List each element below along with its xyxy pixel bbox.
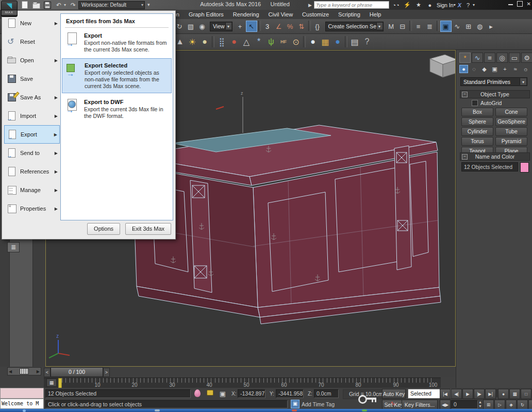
object-paint-icon[interactable]: ⊙ (290, 36, 302, 48)
subtab-systems[interactable]: ☼ (521, 65, 530, 73)
align-icon[interactable]: ⊟ (397, 21, 408, 32)
object-color-swatch[interactable] (520, 162, 529, 173)
infocenter-flyout-icon[interactable]: ▶ (308, 3, 312, 8)
proxy-object-icon[interactable]: ● (331, 36, 344, 48)
time-slider-marker[interactable] (58, 378, 62, 388)
undo-dropdown-icon[interactable]: ▾ (64, 3, 66, 7)
open-file-icon[interactable] (32, 2, 40, 9)
communication-center-icon[interactable]: ⚡ (403, 2, 412, 8)
scroll-right-icon[interactable]: ▶ (37, 369, 40, 374)
notes-icon[interactable]: ▤ (348, 36, 361, 48)
export-to-dwf-entry[interactable]: → Export to DWFExport the current 3ds Ma… (61, 94, 173, 124)
close-button[interactable]: ✕ (527, 1, 531, 7)
options-button[interactable]: Options (87, 223, 120, 235)
percent-snap-icon[interactable]: % (285, 21, 296, 32)
go-to-end-button[interactable]: ▶| (485, 389, 496, 399)
moon-icon[interactable]: ● (198, 36, 211, 48)
toolbar-overflow-icon[interactable]: ▸ (486, 21, 497, 32)
previous-frame-button[interactable]: ◀| (451, 389, 462, 399)
workspace-dropdown[interactable]: Workspace: Default (78, 1, 145, 9)
quick-access-overflow-icon[interactable]: ▾ (147, 2, 150, 7)
mini-scrollbar[interactable]: ◀ ▶ (7, 367, 41, 375)
selection-lock-pin-icon[interactable] (194, 389, 201, 397)
object-type-button[interactable]: Box (461, 108, 493, 116)
autodesk-exchange-icon[interactable]: X (458, 2, 461, 8)
play-button[interactable]: ▶ (462, 389, 473, 399)
track-bar-number[interactable]: 60 (281, 382, 287, 388)
autogrid-checkbox[interactable]: AutoGrid (472, 100, 502, 106)
track-bar-number[interactable]: 40 (206, 382, 212, 388)
undo-icon[interactable]: ↶ (55, 2, 63, 9)
help-dropdown-icon[interactable]: ▾ (473, 3, 475, 7)
mirror-icon[interactable]: M (386, 21, 397, 32)
toolbars-list-icon[interactable]: ≡ (413, 21, 424, 32)
search-icon[interactable]: ◔◔ (391, 2, 401, 8)
file-menu-item-import[interactable]: → Import▶ (4, 107, 60, 125)
z-coordinate-field[interactable]: 0.0cm (314, 389, 339, 398)
help-icon[interactable]: ? (463, 2, 473, 8)
file-menu-item-save[interactable]: Save (4, 70, 60, 88)
tab-modify[interactable]: ∿ (472, 53, 483, 63)
toggle-ribbon-icon[interactable]: ▣ (440, 21, 452, 32)
subtab-shapes[interactable]: ◌ (470, 65, 478, 73)
absolute-offset-toggle-icon[interactable]: ▣ (218, 389, 227, 398)
add-time-tag[interactable]: Add Time Tag (302, 400, 343, 408)
next-frame-button[interactable]: |▶ (474, 389, 485, 399)
redo-icon[interactable]: ↷ (69, 2, 77, 9)
search-input[interactable] (314, 1, 389, 9)
track-bar-number[interactable]: 20 (131, 382, 137, 388)
file-menu-item-references[interactable]: References▶ (4, 162, 60, 181)
current-frame-field[interactable]: 0 (451, 400, 478, 409)
lock-icon[interactable] (207, 390, 213, 396)
auto-key-button[interactable]: Auto Key (382, 389, 406, 399)
layer-manager-icon[interactable]: ≣ (424, 21, 436, 32)
collapse-icon[interactable]: − (462, 92, 468, 97)
checkbox-icon[interactable] (472, 100, 478, 106)
collapse-icon[interactable]: − (462, 154, 468, 160)
scatter-icon[interactable]: * (253, 36, 265, 48)
select-object-icon[interactable]: ↖ (246, 21, 257, 32)
object-type-button[interactable]: Torus (461, 137, 493, 146)
go-to-start-button[interactable]: |◀ (440, 389, 451, 399)
connect-spheres-icon[interactable]: ● (228, 36, 240, 48)
select-and-scale-icon[interactable]: ▧ (185, 21, 196, 32)
menu-civil-view[interactable]: Civil View (264, 10, 297, 19)
maxscript-mini-listener[interactable]: Welcome to M (0, 399, 44, 409)
snap-toggle-3d-icon[interactable]: 3 (262, 21, 273, 32)
tab-utilities[interactable]: ⚙ (521, 53, 532, 63)
zoom-region-icon[interactable]: □ (521, 389, 531, 399)
object-type-button[interactable]: Tube (495, 127, 527, 136)
file-menu-item-open[interactable]: Open▶ (4, 51, 60, 70)
key-filters-button[interactable]: Key Filters... (402, 400, 438, 409)
open-mini-curve-editor-icon[interactable]: ▦ (46, 379, 57, 387)
subtab-cameras[interactable]: ▣ (490, 65, 499, 73)
scrollbar-thumb[interactable] (20, 368, 29, 374)
favorites-star-icon[interactable]: ★ (414, 2, 423, 8)
menu-graph-editors[interactable]: Graph Editors (184, 10, 228, 19)
hair-fur-icon[interactable]: HF (277, 36, 290, 48)
menu-customize[interactable]: Customize (297, 10, 334, 19)
restore-button[interactable] (517, 1, 523, 7)
menu-rendering[interactable]: Rendering (228, 10, 264, 19)
reference-coordinate-dropdown[interactable]: View (210, 22, 232, 31)
file-menu-item-reset[interactable]: ↺ Reset (4, 32, 60, 51)
help-icon[interactable]: ? (361, 36, 373, 48)
array-icon[interactable]: ⣿ (215, 36, 228, 48)
foliage-icon[interactable]: ψ (265, 36, 277, 48)
curve-editor-icon[interactable]: ∿ (452, 21, 463, 32)
maximize-viewport-icon[interactable]: ⊡ (528, 400, 532, 410)
camera-rig-icon[interactable]: △ (240, 36, 253, 48)
set-key-icon[interactable] (357, 391, 379, 405)
primitive-category-dropdown[interactable]: Standard Primitives (460, 77, 527, 86)
isolate-selection-toggle-icon[interactable]: ▣ (291, 400, 300, 408)
render-setup-icon[interactable]: ◍ (474, 21, 486, 32)
spinner-snap-icon[interactable]: ⇅ (296, 21, 307, 32)
subtab-helpers[interactable]: + (501, 65, 509, 73)
subtab-lights[interactable]: ◆ (480, 65, 489, 73)
tab-motion[interactable]: ◎ (496, 53, 508, 63)
application-menu-button[interactable]: ◥ MAX (1, 1, 18, 17)
zoom-all-icon[interactable]: ⊞ (483, 400, 494, 410)
tab-display[interactable]: ▭ (509, 53, 520, 63)
schematic-view-icon[interactable]: ⊞ (463, 21, 474, 32)
use-center-icon[interactable]: ◉ (196, 21, 208, 32)
